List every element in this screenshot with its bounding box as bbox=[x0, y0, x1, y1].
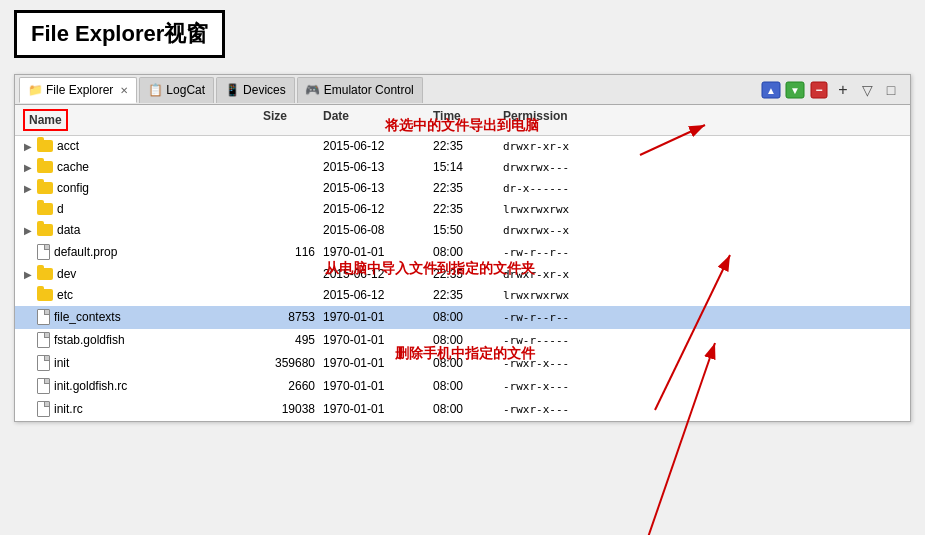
delete-button[interactable]: − bbox=[808, 79, 830, 101]
tab-devices[interactable]: 📱 Devices bbox=[216, 77, 295, 103]
table-row[interactable]: etc2015-06-1222:35lrwxrwxrwx bbox=[15, 285, 910, 306]
file-size-cell bbox=[259, 144, 319, 148]
table-row[interactable]: ▶cache2015-06-1315:14drwxrwx--- bbox=[15, 157, 910, 178]
file-time-cell: 22:35 bbox=[429, 200, 499, 218]
restore-icon: □ bbox=[887, 82, 895, 98]
tab-logcat[interactable]: 📋 LogCat bbox=[139, 77, 214, 103]
file-permission-cell: -rwxr-x--- bbox=[499, 355, 906, 372]
file-date-cell: 1970-01-01 bbox=[319, 331, 429, 349]
expand-arrow-icon[interactable]: ▶ bbox=[23, 162, 33, 173]
file-icon bbox=[37, 332, 50, 348]
file-size-cell: 8753 bbox=[259, 308, 319, 326]
file-name-text: config bbox=[57, 181, 89, 195]
tab-file-explorer[interactable]: 📁 File Explorer ✕ bbox=[19, 77, 137, 103]
file-size-cell bbox=[259, 228, 319, 232]
tab-emulator-control[interactable]: 🎮 Emulator Control bbox=[297, 77, 423, 103]
file-name-cell: ▶config bbox=[19, 179, 259, 197]
file-name-text: etc bbox=[57, 288, 73, 302]
file-date-cell: 1970-01-01 bbox=[319, 308, 429, 326]
toolbar-icons: ▲ ▼ − + ▽ □ bbox=[760, 79, 902, 101]
folder-icon bbox=[37, 203, 53, 215]
file-time-cell: 15:50 bbox=[429, 221, 499, 239]
svg-text:−: − bbox=[815, 83, 822, 97]
file-name-cell: file_contexts bbox=[19, 307, 259, 327]
file-name-text: acct bbox=[57, 139, 79, 153]
file-icon bbox=[37, 309, 50, 325]
header-size: Size bbox=[259, 107, 319, 133]
file-name-cell: default.prop bbox=[19, 242, 259, 262]
table-row[interactable]: ▶dev2015-06-1222:35drwxr-xr-x bbox=[15, 264, 910, 285]
expand-arrow-icon[interactable]: ▶ bbox=[23, 141, 33, 152]
file-permission-cell: drwxr-xr-x bbox=[499, 138, 906, 155]
file-name-text: init bbox=[54, 356, 69, 370]
expand-arrow-icon[interactable]: ▶ bbox=[23, 225, 33, 236]
file-permission-cell: -rwxr-x--- bbox=[499, 378, 906, 395]
file-explorer-tab-icon: 📁 bbox=[28, 83, 42, 97]
file-permission-cell: -rw-r----- bbox=[499, 332, 906, 349]
file-permission-cell: -rw-r--r-- bbox=[499, 309, 906, 326]
file-name-text: file_contexts bbox=[54, 310, 121, 324]
table-row[interactable]: d2015-06-1222:35lrwxrwxrwx bbox=[15, 199, 910, 220]
file-time-cell: 22:35 bbox=[429, 179, 499, 197]
file-size-cell: 359680 bbox=[259, 354, 319, 372]
file-name-cell: ▶cache bbox=[19, 158, 259, 176]
table-row[interactable]: default.prop1161970-01-0108:00-rw-r--r-- bbox=[15, 241, 910, 264]
folder-icon bbox=[37, 140, 53, 152]
file-name-cell: d bbox=[19, 200, 259, 218]
table-row[interactable]: file_contexts87531970-01-0108:00-rw-r--r… bbox=[15, 306, 910, 329]
file-name-cell: etc bbox=[19, 286, 259, 304]
import-button[interactable]: ▼ bbox=[784, 79, 806, 101]
file-time-cell: 08:00 bbox=[429, 354, 499, 372]
file-name-cell: init.rc bbox=[19, 399, 259, 419]
file-explorer-window: 📁 File Explorer ✕ 📋 LogCat 📱 Devices 🎮 E… bbox=[14, 74, 911, 422]
file-list: ▶acct2015-06-1222:35drwxr-xr-x▶cache2015… bbox=[15, 136, 910, 421]
table-row[interactable]: ▶acct2015-06-1222:35drwxr-xr-x bbox=[15, 136, 910, 157]
file-date-cell: 1970-01-01 bbox=[319, 377, 429, 395]
file-name-text: fstab.goldfish bbox=[54, 333, 125, 347]
expand-arrow-icon[interactable]: ▶ bbox=[23, 269, 33, 280]
restore-button[interactable]: □ bbox=[880, 79, 902, 101]
file-size-cell bbox=[259, 165, 319, 169]
title-box: File Explorer视窗 bbox=[14, 10, 225, 58]
header-time: Time bbox=[429, 107, 499, 133]
file-name-text: init.rc bbox=[54, 402, 83, 416]
file-time-cell: 08:00 bbox=[429, 243, 499, 261]
tab-bar-left: 📁 File Explorer ✕ 📋 LogCat 📱 Devices 🎮 E… bbox=[19, 77, 423, 103]
file-size-cell: 116 bbox=[259, 243, 319, 261]
tab-file-explorer-close[interactable]: ✕ bbox=[120, 85, 128, 96]
tab-bar: 📁 File Explorer ✕ 📋 LogCat 📱 Devices 🎮 E… bbox=[15, 75, 910, 105]
expand-arrow-icon[interactable]: ▶ bbox=[23, 183, 33, 194]
file-name-text: init.goldfish.rc bbox=[54, 379, 127, 393]
file-permission-cell: -rwxr-x--- bbox=[499, 401, 906, 418]
file-icon bbox=[37, 378, 50, 394]
export-button[interactable]: ▲ bbox=[760, 79, 782, 101]
file-name-text: default.prop bbox=[54, 245, 117, 259]
name-header-box: Name bbox=[23, 109, 68, 131]
file-name-cell: ▶dev bbox=[19, 265, 259, 283]
svg-text:▼: ▼ bbox=[790, 85, 800, 96]
minimize-button[interactable]: ▽ bbox=[856, 79, 878, 101]
file-date-cell: 1970-01-01 bbox=[319, 243, 429, 261]
tab-emulator-label: Emulator Control bbox=[324, 83, 414, 97]
file-name-text: cache bbox=[57, 160, 89, 174]
file-permission-cell: -rw-r--r-- bbox=[499, 244, 906, 261]
add-button[interactable]: + bbox=[832, 79, 854, 101]
table-row[interactable]: fstab.goldfish4951970-01-0108:00-rw-r---… bbox=[15, 329, 910, 352]
file-permission-cell: drwxr-xr-x bbox=[499, 266, 906, 283]
file-date-cell: 1970-01-01 bbox=[319, 354, 429, 372]
file-date-cell: 2015-06-12 bbox=[319, 200, 429, 218]
table-row[interactable]: init.goldfish.rc26601970-01-0108:00-rwxr… bbox=[15, 375, 910, 398]
file-date-cell: 2015-06-12 bbox=[319, 137, 429, 155]
table-row[interactable]: init.rc190381970-01-0108:00-rwxr-x--- bbox=[15, 398, 910, 421]
page-title: File Explorer视窗 bbox=[31, 19, 208, 49]
table-row[interactable]: init3596801970-01-0108:00-rwxr-x--- bbox=[15, 352, 910, 375]
file-size-cell: 495 bbox=[259, 331, 319, 349]
table-row[interactable]: ▶data2015-06-0815:50drwxrwx--x bbox=[15, 220, 910, 241]
folder-icon bbox=[37, 268, 53, 280]
table-row[interactable]: ▶config2015-06-1322:35dr-x------ bbox=[15, 178, 910, 199]
file-permission-cell: lrwxrwxrwx bbox=[499, 287, 906, 304]
logcat-tab-icon: 📋 bbox=[148, 83, 162, 97]
file-time-cell: 08:00 bbox=[429, 331, 499, 349]
file-size-cell bbox=[259, 186, 319, 190]
file-date-cell: 2015-06-13 bbox=[319, 179, 429, 197]
